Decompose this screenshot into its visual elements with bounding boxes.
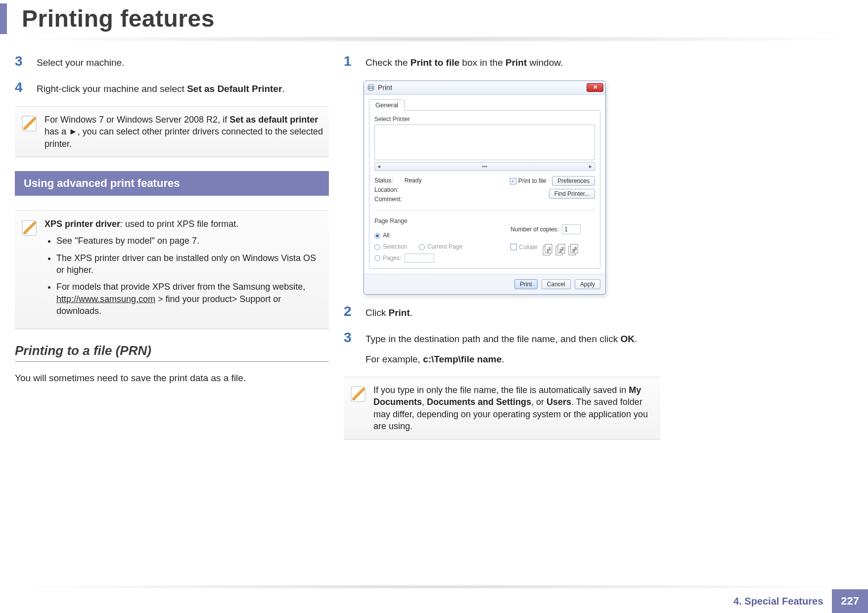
text-bold: OK [620, 334, 635, 344]
checkbox-label: Print to file [518, 177, 547, 184]
copies-spinner[interactable]: 1 [562, 224, 581, 234]
text-part: If you type in only the file name, the f… [373, 385, 629, 395]
text-part: window. [527, 57, 563, 68]
cancel-button[interactable]: Cancel [542, 279, 571, 289]
svg-text:2: 2 [561, 246, 564, 251]
radio-all-label: All [383, 232, 389, 239]
apply-button[interactable]: Apply [575, 279, 600, 289]
note-text: XPS printer driver: used to print XPS fi… [45, 218, 324, 322]
text-bold: Documents and Settings [427, 397, 531, 407]
close-button[interactable]: ✕ [587, 83, 603, 92]
text-bold: c:\Temp\file name [423, 354, 502, 364]
step-3-right: 3 Type in the destination path and the f… [344, 331, 660, 366]
scroll-left-arrow[interactable]: ◄ [376, 164, 381, 169]
step-4: 4 Right-click your machine and select Se… [15, 81, 329, 96]
step-3: 3 Select your machine. [15, 54, 329, 70]
location-label: Location: [374, 185, 421, 195]
radio-selection-label: Selection [383, 243, 407, 250]
text-bold: Set as Default Printer [187, 84, 282, 94]
step-2: 2 Click Print. [344, 305, 660, 320]
text-part: Type in the destination path and the fil… [365, 334, 620, 344]
text-part: , or [531, 397, 547, 407]
bullet-item: The XPS printer driver can be installed … [56, 252, 324, 276]
page-footer: 4. Special Features 227 [0, 589, 868, 613]
text-part: . [282, 84, 284, 94]
svg-text:1: 1 [548, 246, 551, 251]
dialog-titlebar: Print ✕ [364, 81, 605, 95]
note-box-1: For Windows 7 or Windows Server 2008 R2,… [15, 106, 329, 157]
subsection-heading: Printing to a file (PRN) [15, 343, 329, 362]
left-column: 3 Select your machine. 4 Right-click you… [15, 54, 329, 385]
status-label: Status: [374, 177, 393, 184]
dialog-title: Print [378, 84, 392, 91]
tab-general[interactable]: General [369, 99, 405, 111]
link-text[interactable]: http://www.samsung.com [56, 294, 155, 304]
radio-selection[interactable] [374, 244, 380, 250]
step-number: 3 [344, 331, 365, 345]
find-printer-button[interactable]: Find Printer... [549, 189, 595, 199]
text-part: . [410, 307, 412, 318]
note-text: If you type in only the file name, the f… [373, 384, 655, 432]
step-text: Click Print. [365, 305, 412, 320]
copies-value: 1 [564, 226, 568, 233]
collate-checkbox[interactable]: Collate [510, 244, 537, 251]
step-1: 1 Check the Print to file box in the Pri… [344, 54, 660, 70]
step-number: 4 [15, 81, 37, 94]
text-part: : used to print XPS file format. [120, 219, 238, 229]
printer-list[interactable] [374, 125, 595, 160]
select-printer-label: Select Printer [374, 116, 595, 123]
note-text: For Windows 7 or Windows Server 2008 R2,… [45, 114, 324, 150]
bullet-item: See "Features by model" on page 7. [56, 235, 324, 247]
print-to-file-checkbox[interactable]: ✓Print to file [510, 177, 547, 184]
header-accent [0, 3, 7, 34]
page-title: Printing features [22, 5, 215, 32]
section-heading-bar: Using advanced print features [15, 171, 329, 196]
print-button[interactable]: Print [514, 279, 538, 289]
status-value: Ready [405, 177, 422, 184]
scroll-thumb[interactable]: ▪▪▪ [482, 164, 488, 169]
text-part: For example, [365, 354, 423, 364]
scroll-right-arrow[interactable]: ► [588, 164, 593, 169]
checkbox-icon: ✓ [510, 178, 516, 184]
step-text: Check the Print to file box in the Print… [365, 54, 563, 70]
step-number: 2 [344, 305, 365, 318]
step-text: Select your machine. [37, 54, 124, 70]
text-part: Check the [365, 57, 411, 68]
general-panel: Select Printer ◄ ▪▪▪ ► Status: Ready Loc… [369, 110, 600, 269]
pages-input[interactable] [405, 254, 434, 263]
step-text: Right-click your machine and select Set … [37, 81, 285, 96]
page-header: Printing features [0, 0, 781, 37]
footer-shadow [0, 584, 868, 589]
radio-current-page-label: Current Page [427, 243, 462, 250]
radio-pages[interactable] [374, 255, 380, 261]
text-part: . [502, 354, 504, 364]
text-bold: Print to file [411, 57, 459, 68]
text-part: For Windows 7 or Windows Server 2008 R2,… [45, 115, 229, 125]
radio-current-page[interactable] [419, 244, 425, 250]
pencil-note-icon [349, 384, 368, 404]
page-range-label: Page Range [374, 216, 496, 227]
text-part: has a ►, you can select other printer dr… [45, 127, 323, 148]
bullet-item: For models that provide XPS driver from … [56, 281, 324, 317]
collate-preview-icon: 11 22 33 [542, 241, 582, 256]
footer-chapter: 4. Special Features [725, 589, 832, 613]
preferences-button[interactable]: Preferences [552, 176, 595, 186]
print-dialog-screenshot: Print ✕ General Select Printer ◄ ▪▪▪ ► S… [364, 81, 606, 295]
pencil-note-icon [20, 114, 40, 133]
text-part: box in the [459, 57, 505, 68]
step-text: Type in the destination path and the fil… [365, 331, 637, 366]
text-bold: Users [547, 397, 571, 407]
text-part: For models that provide XPS driver from … [56, 282, 305, 292]
text-part: Click [365, 307, 388, 318]
horizontal-scrollbar[interactable]: ◄ ▪▪▪ ► [374, 162, 595, 171]
collate-label: Collate [519, 244, 537, 251]
text-bold: XPS printer driver [45, 219, 120, 229]
copies-label: Number of copies: [510, 226, 558, 233]
text-part: Right-click your machine and select [37, 84, 187, 94]
text-bold: Print [388, 307, 410, 318]
checkbox-icon [510, 244, 517, 250]
right-column: 1 Check the Print to file box in the Pri… [344, 54, 660, 453]
radio-all[interactable] [374, 233, 380, 239]
text-part: . [635, 334, 637, 344]
svg-text:3: 3 [574, 246, 577, 251]
